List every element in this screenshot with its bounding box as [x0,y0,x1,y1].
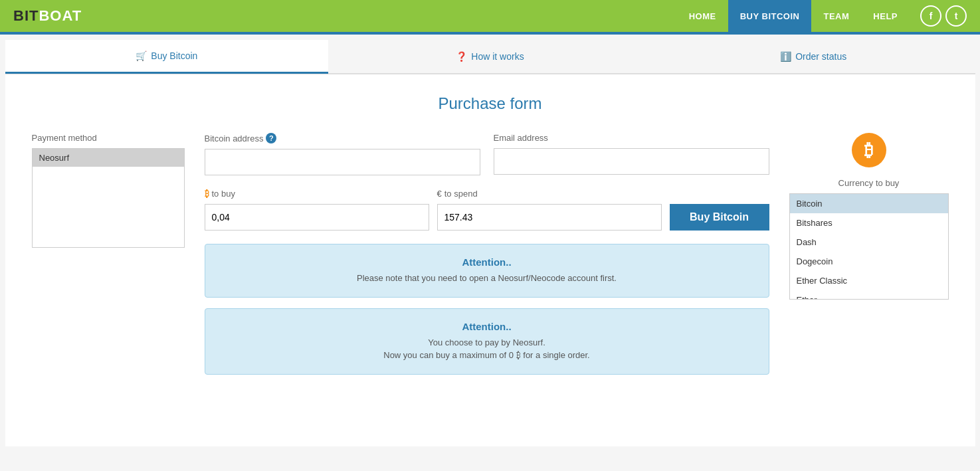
brand-bit: BIT [13,7,39,24]
currency-option-bitcoin[interactable]: Bitcoin [790,194,948,213]
tabs-wrapper: 🛒 Buy Bitcoin ❓ How it works ℹ️ Order st… [5,40,975,74]
main-form-column: Bitcoin address ? Email address [205,133,769,385]
nav-team[interactable]: TEAM [811,0,861,32]
bitcoin-logo-symbol: ₿ [864,140,873,161]
attention-2-text-line1: You choose to pay by Neosurf. [221,336,753,349]
info-icon: ℹ️ [780,51,791,62]
brand-boat: BOAT [39,7,82,24]
currency-option-ether-classic[interactable]: Ether Classic [790,271,948,290]
nav-help[interactable]: HELP [861,0,910,32]
euro-symbol: € [437,189,442,199]
bitcoin-address-input[interactable] [205,149,480,175]
main-container: 🛒 Buy Bitcoin ❓ How it works ℹ️ Order st… [5,40,975,446]
facebook-icon[interactable]: f [920,5,941,27]
eur-amount-input[interactable] [437,204,662,231]
btc-amount-input[interactable] [205,204,429,231]
currency-option-dogecoin[interactable]: Dogecoin [790,252,948,271]
attention-box-2: Attention.. You choose to pay by Neosurf… [205,308,769,375]
navbar: BITBOAT HOME BUY BITCOIN TEAM HELP f t [0,0,980,32]
bitcoin-address-column: Bitcoin address ? [205,133,480,175]
currency-option-bitshares[interactable]: Bitshares [790,213,948,233]
tab-order-status-label: Order status [795,51,846,62]
payment-option-neosurf[interactable]: Neosurf [33,149,184,167]
btc-to-buy-label: to buy [212,189,235,199]
btc-symbol: ₿ [205,189,209,199]
currency-option-dash[interactable]: Dash [790,233,948,252]
accent-bar [0,32,980,35]
form-layout: Payment method Neosurf Bitcoin address ? [32,133,949,385]
payment-method-listbox[interactable]: Neosurf [32,148,185,248]
eur-amount-column: € to spend [437,189,662,231]
email-address-column: Email address [494,133,769,175]
bitcoin-logo: ₿ [852,133,886,167]
tab-buy-bitcoin-label: Buy Bitcoin [151,50,197,61]
question-icon: ❓ [456,51,467,62]
buy-bitcoin-button[interactable]: Buy Bitcoin [670,204,769,231]
attention-1-text: Please note that you need to open a Neos… [221,272,753,285]
currency-to-buy-label: Currency to buy [838,178,900,188]
attention-2-text-line2: Now you can buy a maximum of 0 ₿ for a s… [221,349,753,362]
tab-how-it-works[interactable]: ❓ How it works [328,40,652,74]
nav-buy-bitcoin[interactable]: BUY BITCOIN [728,0,812,32]
eur-to-spend-label: to spend [444,189,478,199]
attention-1-title: Attention.. [221,256,753,268]
content-area: Purchase form Payment method Neosurf Bit… [5,74,975,446]
attention-box-1: Attention.. Please note that you need to… [205,244,769,298]
cart-icon: 🛒 [136,50,147,61]
amount-row: ₿ to buy € to spend Buy Bitcoin [205,189,769,231]
bitcoin-address-label: Bitcoin address [205,134,264,143]
nav-links: HOME BUY BITCOIN TEAM HELP f t [677,0,967,32]
currency-option-ether[interactable]: Ether [790,290,948,300]
twitter-icon[interactable]: t [945,5,967,27]
social-icons: f t [920,5,967,27]
address-email-row: Bitcoin address ? Email address [205,133,769,175]
nav-home[interactable]: HOME [677,0,728,32]
email-address-input[interactable] [494,148,769,175]
brand-logo: BITBOAT [13,7,82,25]
attention-2-title: Attention.. [221,321,753,332]
attention-2-text: You choose to pay by Neosurf. Now you ca… [221,336,753,362]
currency-column: ₿ Currency to buy Bitcoin Bitshares Dash… [789,133,949,300]
currency-listbox[interactable]: Bitcoin Bitshares Dash Dogecoin Ether Cl… [789,193,949,300]
tab-order-status[interactable]: ℹ️ Order status [652,40,975,74]
tab-how-it-works-label: How it works [471,51,524,62]
btc-amount-column: ₿ to buy [205,189,429,231]
tab-buy-bitcoin[interactable]: 🛒 Buy Bitcoin [5,40,329,74]
payment-method-column: Payment method Neosurf [32,133,185,248]
purchase-form-heading: Purchase form [32,94,949,113]
bitcoin-address-help-icon[interactable]: ? [266,133,276,143]
payment-method-label: Payment method [32,133,185,143]
email-address-label: Email address [494,133,548,143]
